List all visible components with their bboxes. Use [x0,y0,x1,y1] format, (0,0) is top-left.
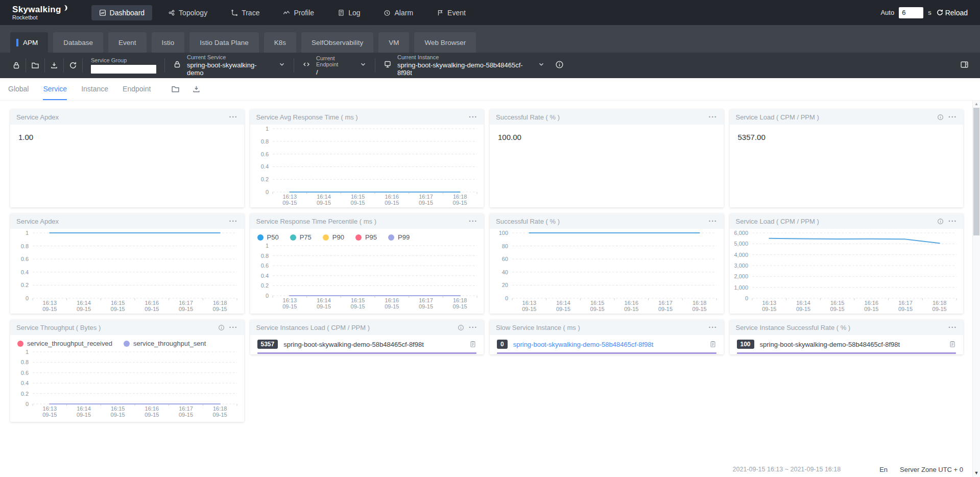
legend-item-throughput-sent[interactable]: service_throughput_sent [124,340,206,347]
copy-button[interactable] [709,341,716,348]
svg-text:16:17: 16:17 [898,300,913,306]
group-tab-k8s[interactable]: K8s [264,32,296,53]
service-group-input[interactable] [91,65,156,74]
nav-event[interactable]: Event [429,5,473,20]
template-export-button[interactable] [192,85,201,93]
info-icon [458,324,464,331]
copy-button[interactable] [469,341,476,348]
svg-text:09-15: 09-15 [932,306,946,312]
group-tab-event[interactable]: Event [108,32,147,53]
scroll-down-arrow[interactable]: ▼ [973,469,980,477]
language-switch[interactable]: En [879,466,888,473]
tab-service[interactable]: Service [43,78,67,100]
svg-text:3,000: 3,000 [734,263,748,269]
svg-text:09-15: 09-15 [692,306,707,312]
alarm-icon [384,9,391,16]
group-tab-web-browser[interactable]: Web Browser [414,32,476,53]
instance-icon [384,60,392,68]
svg-text:09-15: 09-15 [658,306,673,312]
svg-text:16:13: 16:13 [282,297,297,303]
legend-item-p99[interactable]: P99 [388,233,410,241]
card-info-button[interactable] [937,114,944,121]
card-service-apdex-chart: Service Apdex··· 00.20.40.60.8116:1309-1… [10,213,244,314]
legend-item-p50[interactable]: P50 [257,233,279,241]
legend-item-throughput-received[interactable]: service_throughput_received [17,340,112,347]
instance-name-link[interactable]: spring-boot-skywalking-demo-58b48465cf-8… [513,341,704,348]
instance-progress-bar [257,352,477,354]
server-zone-control[interactable]: Server Zone UTC + 0 [900,466,963,473]
current-instance-selector[interactable]: Current Instance spring-boot-skywalking-… [375,54,553,77]
card-menu-button[interactable]: ··· [709,113,718,121]
scroll-up-arrow[interactable]: ▲ [973,101,980,108]
legend-item-p95[interactable]: P95 [355,233,377,241]
refresh-templates-button[interactable] [64,61,82,69]
scrollbar-thumb[interactable] [973,108,979,235]
group-tab-vm[interactable]: VM [378,32,409,53]
card-menu-button[interactable]: ··· [229,217,238,225]
tab-endpoint[interactable]: Endpoint [123,78,151,100]
card-title: Successful Rate ( % ) [496,218,704,225]
vertical-scrollbar[interactable]: ▲ ▼ [972,101,980,477]
svg-text:0: 0 [265,189,268,195]
toolbar-info-button[interactable] [555,60,564,71]
instance-name-link[interactable]: spring-boot-skywalking-demo-58b48465cf-8… [283,341,464,348]
auto-interval-input[interactable] [899,7,923,18]
card-menu-button[interactable]: ··· [469,113,477,121]
tab-global[interactable]: Global [8,78,29,100]
current-endpoint-selector[interactable]: Current Endpoint / [294,55,375,76]
card-menu-button[interactable]: ··· [948,217,957,225]
card-menu-button[interactable]: ··· [229,323,238,331]
svg-text:09-15: 09-15 [213,306,227,312]
import-button[interactable] [45,61,63,69]
instance-name-link[interactable]: spring-boot-skywalking-demo-58b48465cf-8… [760,341,943,348]
nav-alarm[interactable]: Alarm [376,5,421,20]
svg-text:09-15: 09-15 [452,200,467,206]
service-group-field: Service Group [91,57,156,74]
reload-icon [936,9,944,16]
group-tab-istio[interactable]: Istio [152,32,185,53]
nav-dashboard[interactable]: Dashboard [91,5,153,20]
svg-text:5,000: 5,000 [734,241,748,247]
nav-profile[interactable]: Profile [275,5,322,20]
settings-panel-toggle[interactable] [960,60,969,71]
tab-instance[interactable]: Instance [81,78,108,100]
lock-button[interactable] [7,61,26,69]
folder-button[interactable] [26,61,44,69]
card-menu-button[interactable]: ··· [469,323,477,331]
svg-text:16:17: 16:17 [179,406,193,412]
card-info-button[interactable] [458,324,464,331]
group-tab-istio-data-plane[interactable]: Istio Data Plane [189,32,258,53]
legend-item-p75[interactable]: P75 [290,233,312,241]
svg-text:1,000: 1,000 [734,284,748,291]
card-title: Service Throughput ( Bytes ) [16,324,213,331]
group-tab-selfobservability[interactable]: SelfObservability [301,32,373,53]
card-title: Service Apdex [16,218,225,225]
card-menu-button[interactable]: ··· [469,217,477,225]
svg-text:09-15: 09-15 [42,412,57,418]
card-menu-button[interactable]: ··· [709,217,718,225]
card-title: Service Instance Successful Rate ( % ) [736,324,944,331]
group-tab-database[interactable]: Database [53,32,103,53]
time-range-picker[interactable]: 2021-09-15 16:13 ~ 2021-09-15 16:18 [733,466,841,473]
nav-log[interactable]: Log [330,5,368,20]
card-menu-button[interactable]: ··· [948,323,957,331]
nav-trace[interactable]: Trace [223,5,267,20]
reload-button[interactable]: Reload [936,9,968,17]
svg-text:09-15: 09-15 [522,306,536,312]
card-info-button[interactable] [218,324,225,331]
group-tab-apm[interactable]: APM [10,32,48,53]
svg-text:16:16: 16:16 [625,300,639,306]
svg-text:0: 0 [26,295,29,301]
copy-button[interactable] [949,341,956,348]
legend-item-p90[interactable]: P90 [323,233,344,241]
svg-text:16:13: 16:13 [522,300,537,306]
nav-topology[interactable]: Topology [160,5,215,20]
info-icon [555,60,564,69]
card-menu-button[interactable]: ··· [229,113,238,121]
card-menu-button[interactable]: ··· [709,323,718,331]
current-service-selector[interactable]: Current Service spring-boot-skywalking-d… [165,54,294,77]
card-info-button[interactable] [937,218,944,225]
template-folder-button[interactable] [171,85,180,93]
card-menu-button[interactable]: ··· [948,113,957,121]
svg-text:09-15: 09-15 [796,306,810,312]
